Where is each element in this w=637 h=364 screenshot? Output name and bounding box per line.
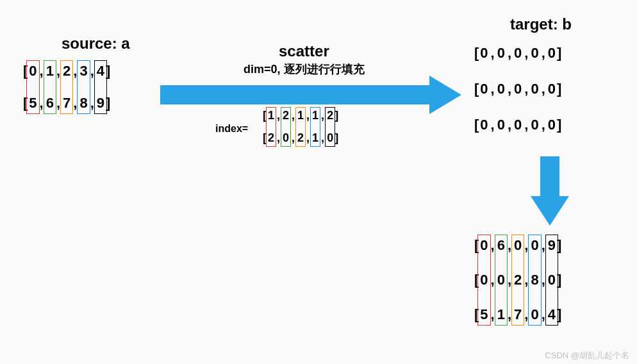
index-label: index= (215, 123, 248, 135)
arrow-right-icon (160, 76, 461, 114)
matrix-cell: 6 (496, 237, 506, 254)
matrix-cell: 7 (513, 306, 523, 323)
matrix-cell: 0 (479, 272, 489, 288)
matrix-cell: 2 (267, 131, 276, 145)
matrix-cell: 0 (513, 117, 523, 133)
matrix-cell: 7 (62, 95, 72, 112)
matrix-cell: 0 (529, 117, 540, 133)
matrix-cell: 0 (479, 45, 489, 62)
watermark: CSDN @胡乱儿起个名 (545, 350, 629, 361)
svg-marker-0 (160, 76, 461, 114)
matrix-cell: 1 (496, 306, 506, 323)
matrix-cell: 0 (529, 45, 540, 62)
matrix-cell: 0 (513, 81, 523, 97)
matrix-cell: 8 (529, 272, 540, 288)
matrix-cell: 0 (496, 117, 506, 133)
target-label: target: b (510, 15, 572, 33)
target-result-matrix: [ 0,6,0,0,9 ][ 0,0,2,8,0 ][ 5,1,7,0,4 ] (474, 237, 561, 323)
matrix-cell: 0 (529, 237, 540, 254)
matrix-cell: 1 (45, 63, 55, 79)
source-label: source: a (62, 35, 130, 53)
matrix-cell: 0 (547, 45, 557, 62)
arrow-down-icon (531, 156, 569, 226)
matrix-cell: 2 (513, 272, 523, 288)
index-matrix: [ 1,2,1,1,2 ][ 2,0,2,1,0 ] (263, 109, 338, 145)
matrix-cell: 1 (311, 131, 320, 145)
target-init-matrix: [ 0,0,0,0,0 ][ 0,0,0,0,0 ][ 0,0,0,0,0 ] (474, 45, 561, 133)
matrix-cell: 0 (281, 131, 290, 145)
matrix-cell: 0 (496, 45, 506, 62)
matrix-cell: 0 (529, 306, 540, 323)
matrix-cell: 2 (62, 63, 72, 79)
matrix-cell: 0 (529, 81, 540, 97)
matrix-cell: 6 (45, 95, 55, 112)
scatter-label: scatter (279, 42, 329, 60)
matrix-cell: 0 (547, 272, 557, 288)
matrix-cell: 4 (547, 306, 557, 323)
matrix-cell: 0 (547, 81, 557, 97)
matrix-cell: 5 (28, 95, 38, 112)
scatter-sublabel: dim=0, 逐列进行行填充 (244, 62, 365, 77)
matrix-cell: 0 (479, 117, 489, 133)
matrix-cell: 5 (479, 306, 489, 323)
matrix-cell: 2 (296, 131, 305, 145)
matrix-cell: 0 (28, 63, 38, 79)
matrix-cell: 4 (95, 63, 106, 79)
matrix-cell: 0 (479, 237, 489, 254)
matrix-cell: 9 (95, 95, 106, 112)
matrix-cell: 8 (78, 95, 88, 112)
matrix-cell: 9 (547, 237, 557, 254)
matrix-cell: 0 (547, 117, 557, 133)
svg-marker-1 (531, 156, 569, 226)
matrix-cell: 3 (78, 63, 88, 79)
matrix-cell: 0 (513, 45, 523, 62)
matrix-cell: 0 (496, 272, 506, 288)
source-matrix: [ 0,1,2,3,4 ][ 5,6,7,8,9 ] (23, 63, 110, 112)
matrix-cell: 0 (479, 81, 489, 97)
matrix-cell: 0 (496, 81, 506, 97)
matrix-cell: 0 (326, 131, 335, 145)
matrix-cell: 0 (513, 237, 523, 254)
